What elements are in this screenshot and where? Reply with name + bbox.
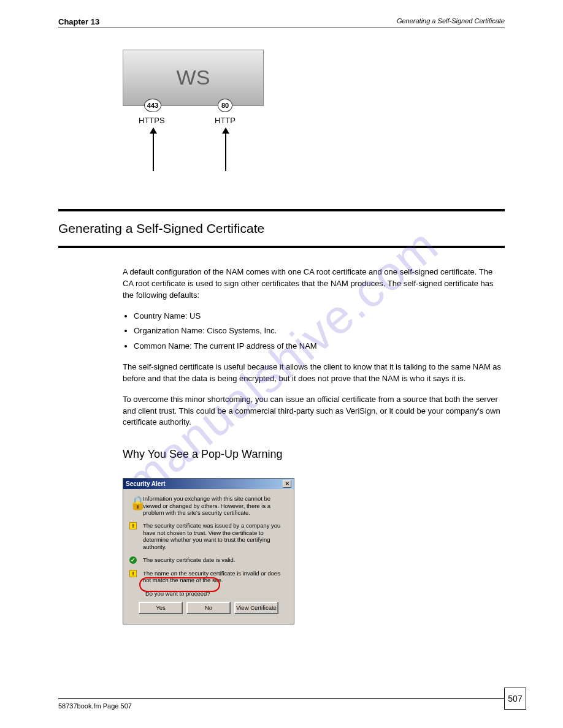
bullet-2: Organization Name: Cisco Systems, Inc. xyxy=(134,325,505,337)
no-button[interactable]: No xyxy=(186,602,231,614)
dialog-msg2: The security certificate date is valid. xyxy=(143,556,235,563)
bullet-3: Common Name: The current IP address of t… xyxy=(134,341,505,352)
para-1: A default configuration of the NAM comes… xyxy=(123,267,505,301)
bullet-1: Country Name: US xyxy=(134,311,505,322)
dialog-intro: Information you exchange with this site … xyxy=(143,495,288,516)
header-chapter: Chapter 13 xyxy=(58,17,99,26)
red-highlight-oval xyxy=(139,577,220,592)
view-cert-button[interactable]: View Certificate xyxy=(234,602,278,614)
port-80-badge: 80 xyxy=(218,99,232,112)
dialog-title-text: Security Alert xyxy=(126,480,166,487)
check-icon: ✓ xyxy=(129,556,143,564)
ws-diagram: WS 443 80 HTTPS HTTP xyxy=(123,50,264,184)
ws-box: WS xyxy=(123,50,264,106)
warning-icon-2: ! xyxy=(129,570,143,577)
body-text: A default configuration of the NAM comes… xyxy=(123,267,505,428)
yes-button[interactable]: Yes xyxy=(139,602,183,614)
para-3: To overcome this minor shortcoming, you … xyxy=(123,394,505,429)
section-heading: Generating a Self-Signed Certificate xyxy=(58,209,505,248)
arrow-left xyxy=(153,128,154,171)
arrow-right xyxy=(225,128,226,171)
dialog-titlebar: Security Alert ✕ xyxy=(123,479,294,489)
subheading: Why You See a Pop-Up Warning xyxy=(123,448,505,461)
para-2: The self-signed certificate is useful be… xyxy=(123,362,505,385)
https-label: HTTPS xyxy=(139,116,165,125)
footer-doc-id: 58737book.fm Page 507 xyxy=(58,702,132,710)
lock-warning-icon: 🔒 xyxy=(129,495,143,511)
horizontal-rule-bottom xyxy=(58,698,505,699)
close-icon[interactable]: ✕ xyxy=(283,480,291,488)
horizontal-rule-top xyxy=(58,28,505,28)
dialog-msg1: The security certificate was issued by a… xyxy=(143,522,288,550)
warning-icon: ! xyxy=(129,522,143,529)
page-number: 507 xyxy=(504,688,526,710)
ws-label: WS xyxy=(123,66,263,89)
port-443-badge: 443 xyxy=(144,99,161,112)
http-label: HTTP xyxy=(215,116,236,125)
security-alert-dialog: Security Alert ✕ 🔒 Information you excha… xyxy=(123,478,294,624)
header-section: Generating a Self-Signed Certificate xyxy=(397,17,505,25)
